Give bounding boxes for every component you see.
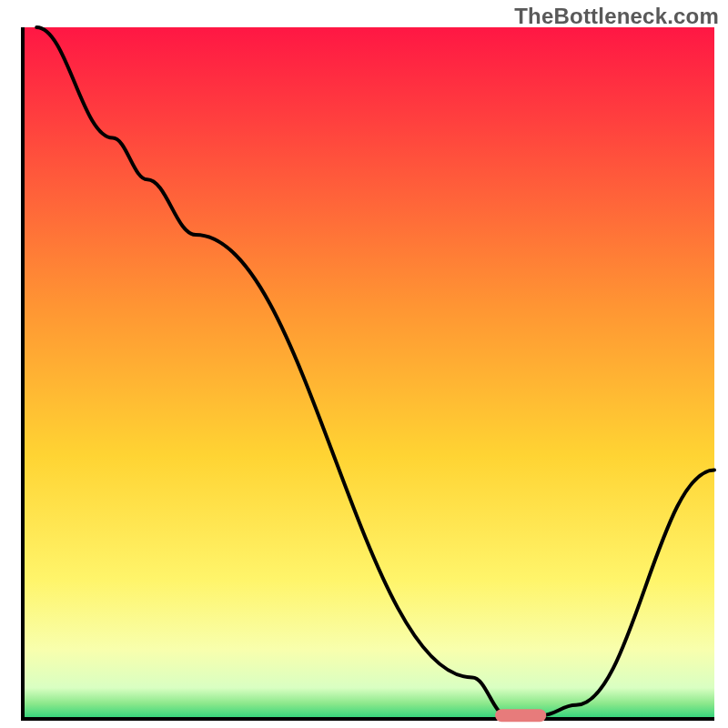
watermark-text: TheBottleneck.com: [514, 4, 719, 29]
bottleneck-chart: TheBottleneck.com: [0, 0, 728, 728]
optimal-region-marker: [495, 709, 546, 722]
chart-canvas: [0, 0, 728, 728]
plot-background: [23, 27, 714, 719]
